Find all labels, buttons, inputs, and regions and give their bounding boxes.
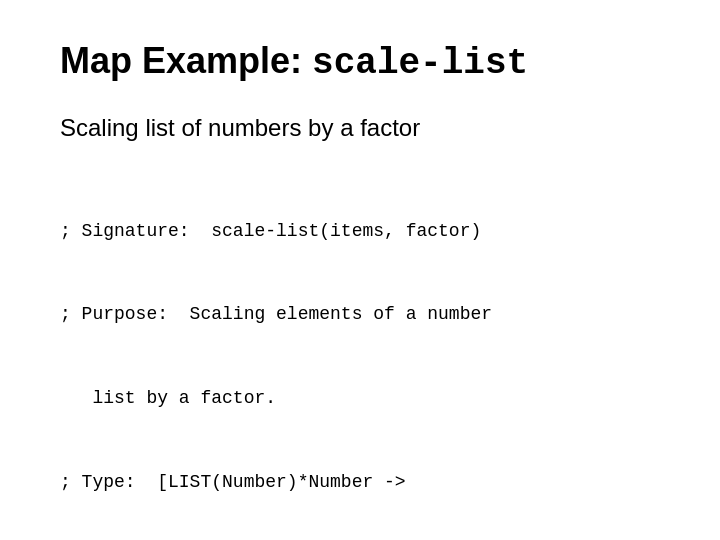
code-line-2: ; Purpose: Scaling elements of a number bbox=[60, 301, 660, 329]
code-line-3: list by a factor. bbox=[60, 385, 660, 413]
title-code-text: scale-list bbox=[312, 43, 528, 84]
slide-title: Map Example: scale-list bbox=[60, 40, 660, 84]
code-line-1: ; Signature: scale-list(items, factor) bbox=[60, 218, 660, 246]
code-line-4: ; Type: [LIST(Number)*Number -> bbox=[60, 469, 660, 497]
slide: Map Example: scale-list Scaling list of … bbox=[0, 0, 720, 540]
title-plain-text: Map Example: bbox=[60, 40, 312, 81]
slide-subtitle: Scaling list of numbers by a factor bbox=[60, 114, 660, 142]
code-block: ; Signature: scale-list(items, factor) ;… bbox=[60, 162, 660, 540]
